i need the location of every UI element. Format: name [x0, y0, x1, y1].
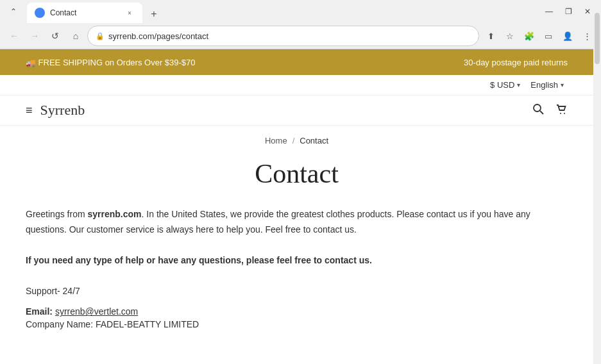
- minimize-btn[interactable]: —: [541, 3, 557, 20]
- contact-company: Company Name: FADEL-BEATTY LIMITED: [26, 319, 568, 329]
- breadcrumb-separator: /: [292, 136, 295, 145]
- cart-btn[interactable]: [555, 103, 568, 119]
- breadcrumb: Home / Contact: [26, 126, 568, 156]
- promo-banner: 🚚 FREE SHIPPING on Orders Over $39-$70 3…: [0, 49, 593, 75]
- svg-point-0: [36, 9, 44, 17]
- intro-link: syrrenb.com: [87, 209, 141, 219]
- currency-selector[interactable]: $ USD ▾: [486, 79, 524, 91]
- sidebar-btn[interactable]: ▭: [539, 27, 557, 45]
- menu-btn[interactable]: ⋮: [578, 27, 593, 45]
- tab-close-btn[interactable]: ×: [124, 8, 135, 18]
- home-btn[interactable]: ⌂: [67, 27, 85, 45]
- currency-label: $ USD: [490, 80, 514, 90]
- language-label: English: [530, 80, 558, 90]
- contact-intro: Greetings from syrrenb.com. In the Unite…: [26, 207, 568, 238]
- restore-btn[interactable]: ❐: [560, 3, 577, 20]
- svg-line-2: [540, 111, 543, 114]
- active-tab[interactable]: Contact ×: [27, 3, 142, 23]
- contact-help-text: If you need any type of help or have any…: [26, 253, 568, 269]
- url-text: syrrenb.com/pages/contact: [108, 31, 471, 41]
- language-selector[interactable]: English ▾: [527, 79, 568, 91]
- tab-title: Contact: [50, 8, 119, 17]
- email-address[interactable]: syrrenb@vertlet.com: [55, 306, 138, 317]
- share-btn[interactable]: ⬆: [482, 27, 500, 45]
- new-tab-btn[interactable]: +: [145, 5, 163, 23]
- tab-favicon: [35, 8, 45, 18]
- win-back-btn[interactable]: ⌃: [5, 3, 22, 20]
- email-label: Email:: [26, 306, 53, 317]
- nav-icons: [532, 103, 568, 119]
- back-btn[interactable]: ←: [5, 27, 23, 45]
- company-label: Company Name: FADEL-BEATTY LIMITED: [26, 319, 199, 329]
- language-chevron: ▾: [561, 81, 564, 88]
- contact-email: Email: syrrenb@vertlet.com: [26, 306, 568, 317]
- svg-point-1: [534, 104, 541, 112]
- lock-icon: 🔒: [96, 32, 105, 40]
- close-btn[interactable]: ✕: [579, 3, 593, 20]
- address-bar[interactable]: 🔒 syrrenb.com/pages/contact: [87, 26, 479, 46]
- returns-text: 30-day postage paid returns: [464, 58, 568, 67]
- main-nav: ≡ Syrrenb: [0, 95, 593, 126]
- extensions-btn[interactable]: 🧩: [520, 27, 538, 45]
- page-content: Home / Contact Contact Greetings from sy…: [0, 126, 593, 355]
- profile-btn[interactable]: 👤: [559, 27, 577, 45]
- site-logo: Syrrenb: [40, 102, 532, 119]
- contact-support: Support- 24/7: [26, 286, 568, 296]
- svg-point-4: [564, 113, 565, 114]
- hamburger-btn[interactable]: ≡: [26, 104, 33, 117]
- refresh-btn[interactable]: ↺: [46, 27, 64, 45]
- breadcrumb-current: Contact: [300, 136, 328, 145]
- scrollbar-thumb[interactable]: [595, 13, 600, 64]
- page-title: Contact: [26, 158, 568, 189]
- intro-text-before: Greetings from: [26, 209, 87, 219]
- search-btn[interactable]: [532, 103, 545, 119]
- bookmark-btn[interactable]: ☆: [501, 27, 519, 45]
- scrollbar[interactable]: [593, 0, 601, 364]
- utility-bar: $ USD ▾ English ▾: [0, 75, 593, 95]
- forward-btn[interactable]: →: [26, 27, 44, 45]
- svg-point-3: [560, 113, 561, 114]
- currency-chevron: ▾: [517, 81, 520, 88]
- shipping-text: 🚚 FREE SHIPPING on Orders Over $39-$70: [26, 58, 196, 67]
- breadcrumb-home[interactable]: Home: [265, 136, 287, 145]
